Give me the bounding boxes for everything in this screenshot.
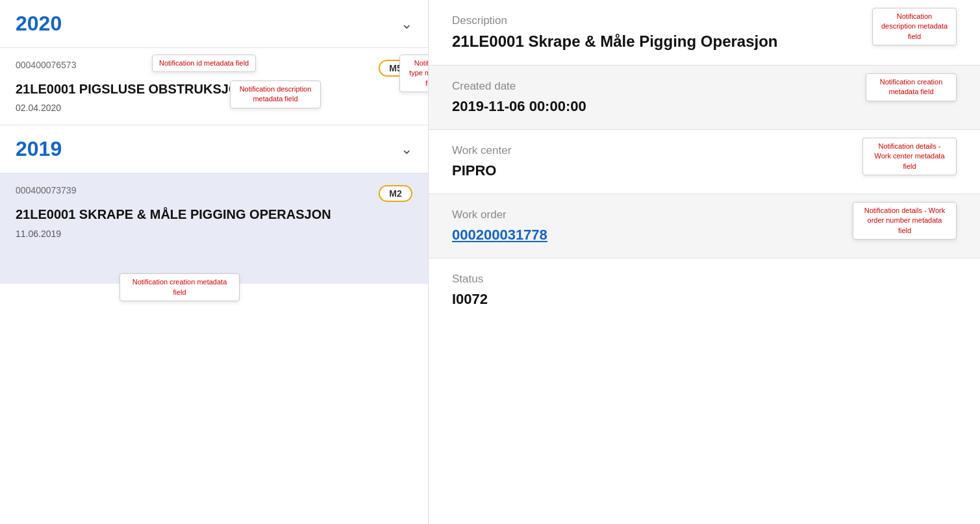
detail-created-date-section: Created date 2019-11-06 00:00:00 Notific…: [429, 66, 980, 130]
notification-id-2019-1: 000400073739: [16, 185, 76, 195]
notification-date-2019-1: 11.06.2019: [16, 229, 61, 239]
tooltip-notification-type: Notification type metadata field: [399, 55, 429, 92]
year-2019-title: 2019: [16, 137, 62, 161]
notification-id-2020-1: 000400076573: [16, 60, 76, 70]
tooltip-description-right: Notification description metadata field: [872, 8, 957, 45]
tooltip-notification-desc-2020: Notification description metadata field: [230, 81, 321, 108]
notification-description-2020-1: 21LE0001 PIGSLUSE OBSTRUKSJONER: [16, 81, 412, 97]
detail-description-section: Description 21LE0001 Skrape & Måle Piggi…: [429, 0, 980, 66]
notification-type-badge-2019-1: M2: [379, 185, 412, 202]
year-2020-title: 2020: [16, 12, 62, 36]
notification-item-2020-1[interactable]: 000400076573 Notification id metadata fi…: [0, 47, 428, 125]
left-panel: 2020 ⌄ 000400076573 Notification id meta…: [0, 0, 429, 524]
tooltip-creation-right: Notification creation metadata field: [866, 73, 957, 101]
year-section-2019: 2019 ⌄ 000400073739 M2 21LE0001 SKRAPE &…: [0, 125, 428, 284]
chevron-icon-2020: ⌄: [401, 16, 412, 32]
tooltip-workorder-right: Notification details - Work order number…: [853, 202, 957, 240]
detail-work-center-section: Work center PIPRO Notification details -…: [429, 130, 980, 194]
year-header-2019[interactable]: 2019 ⌄: [0, 125, 428, 173]
tooltip-notification-creation-2019: Notification creation metadata field: [119, 273, 240, 301]
notification-description-2019-1: 21LE0001 SKRAPE & MÅLE PIGGING OPERASJON: [16, 206, 412, 223]
status-value: I0072: [452, 291, 957, 308]
chevron-icon-2019: ⌄: [401, 141, 412, 158]
notification-date-2020-1: 02.04.2020: [16, 103, 412, 113]
year-header-2020[interactable]: 2020 ⌄: [0, 0, 428, 47]
tooltip-workcenter-right: Notification details - Work center metad…: [862, 138, 957, 175]
notif-top-row-2020-1: 000400076573 Notification id metadata fi…: [16, 60, 412, 77]
detail-work-order-section: Work order 000200031778 Notification det…: [429, 194, 980, 258]
notif-top-row-2019-1: 000400073739 M2: [16, 185, 412, 202]
notification-item-2019-1[interactable]: 000400073739 M2 21LE0001 SKRAPE & MÅLE P…: [0, 173, 428, 284]
tooltip-notification-id: Notification id metadata field: [152, 55, 256, 72]
status-label: Status: [452, 273, 957, 286]
year-section-2020: 2020 ⌄ 000400076573 Notification id meta…: [0, 0, 428, 125]
right-panel: Description 21LE0001 Skrape & Måle Piggi…: [429, 0, 980, 524]
detail-status-section: Status I0072: [429, 258, 980, 322]
